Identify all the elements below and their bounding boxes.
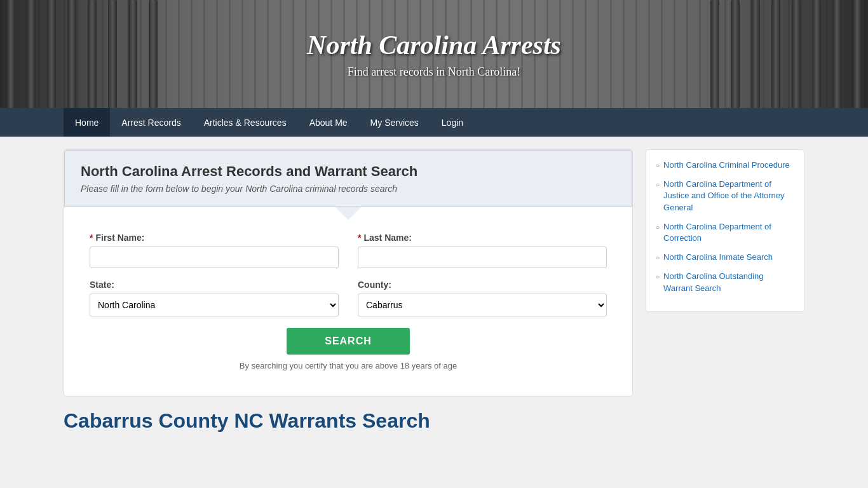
bars-right (690, 0, 868, 108)
first-name-group: *First Name: (90, 233, 339, 268)
search-box: North Carolina Arrest Records and Warran… (64, 149, 633, 396)
bar (47, 0, 56, 108)
nav-services[interactable]: My Services (359, 108, 430, 137)
bar (812, 0, 821, 108)
bar (149, 0, 158, 108)
search-subtitle: Please fill in the form below to begin y… (81, 184, 616, 194)
last-name-group: *Last Name: (358, 233, 607, 268)
search-title: North Carolina Arrest Records and Warran… (81, 163, 616, 180)
site-header: North Carolina Arrests Find arrest recor… (0, 0, 868, 108)
name-row: *First Name: *Last Name: (90, 233, 607, 268)
last-name-label: *Last Name: (358, 233, 607, 243)
header-content: North Carolina Arrests Find arrest recor… (307, 30, 561, 79)
required-star-2: * (358, 233, 361, 243)
sidebar-link-doj[interactable]: North Carolina Department of Justice and… (663, 179, 794, 214)
bar (710, 0, 719, 108)
required-star: * (90, 233, 93, 243)
bullet-icon: ○ (656, 273, 660, 281)
bullet-icon: ○ (656, 223, 660, 232)
search-box-header: North Carolina Arrest Records and Warran… (64, 150, 632, 207)
bars-left (0, 0, 178, 108)
state-select[interactable]: North Carolina (90, 294, 339, 316)
search-btn-wrap: SEARCH (90, 328, 607, 355)
list-item: ○ North Carolina Inmate Search (656, 252, 794, 263)
bar (731, 0, 740, 108)
list-item: ○ North Carolina Department of Correctio… (656, 221, 794, 244)
first-name-input[interactable] (90, 247, 339, 268)
page-heading: Cabarrus County NC Warrants Search (64, 409, 633, 433)
sidebar-links: ○ North Carolina Criminal Procedure ○ No… (646, 149, 804, 312)
sidebar-link-correction[interactable]: North Carolina Department of Correction (663, 221, 794, 244)
bullet-icon: ○ (656, 161, 660, 170)
nav-home[interactable]: Home (64, 108, 110, 137)
list-item: ○ North Carolina Department of Justice a… (656, 179, 794, 214)
bar (853, 0, 862, 108)
nav-login[interactable]: Login (430, 108, 475, 137)
state-label: State: (90, 280, 339, 290)
sidebar: ○ North Carolina Criminal Procedure ○ No… (646, 149, 804, 433)
bar (6, 0, 15, 108)
bar (128, 0, 137, 108)
navbar: Home Arrest Records Articles & Resources… (0, 108, 868, 137)
bar (27, 0, 36, 108)
nav-arrest-records[interactable]: Arrest Records (110, 108, 192, 137)
list-item: ○ North Carolina Criminal Procedure (656, 159, 794, 171)
bar (751, 0, 760, 108)
bar (108, 0, 117, 108)
last-name-input[interactable] (358, 247, 607, 268)
sidebar-link-criminal-procedure[interactable]: North Carolina Criminal Procedure (663, 159, 790, 171)
first-name-label: *First Name: (90, 233, 339, 243)
site-title: North Carolina Arrests (307, 30, 561, 60)
content-area: North Carolina Arrest Records and Warran… (64, 149, 633, 433)
location-row: State: North Carolina County: Cabarrus (90, 280, 607, 316)
main-container: North Carolina Arrest Records and Warran… (0, 137, 868, 445)
nav-articles[interactable]: Articles & Resources (193, 108, 298, 137)
bar (67, 0, 76, 108)
bar (832, 0, 841, 108)
search-form: *First Name: *Last Name: State: (83, 220, 613, 377)
county-select[interactable]: Cabarrus (358, 294, 607, 316)
bar (792, 0, 801, 108)
county-label: County: (358, 280, 607, 290)
county-group: County: Cabarrus (358, 280, 607, 316)
bar (771, 0, 780, 108)
search-arrow (336, 207, 361, 220)
state-group: State: North Carolina (90, 280, 339, 316)
site-subtitle: Find arrest records in North Carolina! (307, 65, 561, 79)
sidebar-link-inmate[interactable]: North Carolina Inmate Search (663, 252, 773, 263)
bullet-icon: ○ (656, 180, 660, 189)
nav-about[interactable]: About Me (298, 108, 359, 137)
bar (88, 0, 97, 108)
search-button[interactable]: SEARCH (287, 328, 410, 355)
bullet-icon: ○ (656, 254, 660, 262)
sidebar-link-warrant[interactable]: North Carolina Outstanding Warrant Searc… (663, 271, 794, 294)
list-item: ○ North Carolina Outstanding Warrant Sea… (656, 271, 794, 294)
search-disclaimer: By searching you certify that you are ab… (90, 361, 607, 370)
